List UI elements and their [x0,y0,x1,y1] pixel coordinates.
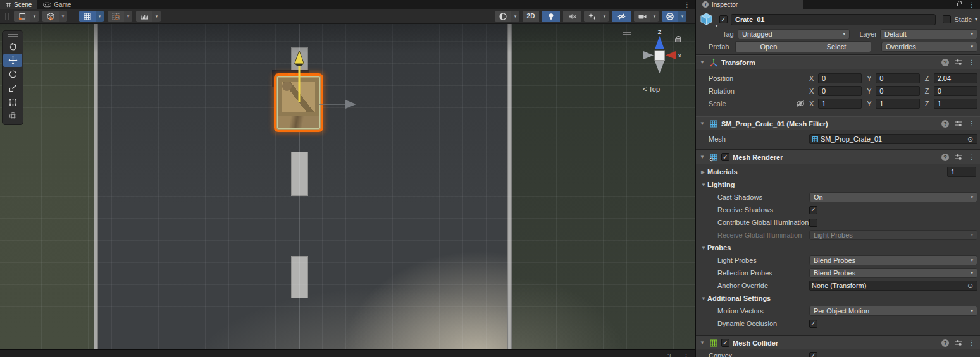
foldout-icon[interactable]: ▼ [700,59,706,65]
materials-row[interactable]: ▶ Materials 1 [698,166,977,178]
toolbar-drag-handle[interactable] [5,13,9,20]
foldout-icon[interactable]: ▼ [701,296,707,301]
lighting-section-row[interactable]: ▼ Lighting [698,178,977,191]
gameobject-name-field[interactable]: Crate_01 [731,14,936,25]
transform-header[interactable]: ▼ Transform ? ⋮ [696,55,980,69]
rotation-z-field[interactable]: 0 [934,86,977,96]
rotation-y-field[interactable]: 0 [876,86,919,96]
component-enabled-checkbox[interactable]: ✓ [721,339,729,347]
help-icon[interactable]: ? [941,154,949,161]
scale-x-field[interactable]: 1 [818,99,862,109]
prefab-select-button[interactable]: Select [802,41,871,52]
move-gizmo[interactable] [266,43,367,112]
layer-dropdown[interactable]: Default ▾ [880,29,977,39]
2d-toggle-button[interactable]: 2D [523,11,539,22]
rotation-x-field[interactable]: 0 [818,86,862,96]
contribute-gi-checkbox[interactable] [809,219,817,227]
additional-settings-row[interactable]: ▼ Additional Settings [698,292,977,305]
component-menu-icon[interactable]: ⋮ [969,59,975,66]
rotate-tool-button[interactable] [3,68,22,81]
audio-toggle-button[interactable] [563,11,581,22]
camera-settings-button[interactable] [634,11,650,22]
gizmo-z-cone[interactable] [655,36,664,49]
receive-shadows-checkbox[interactable]: ✓ [809,206,817,214]
effects-caret[interactable]: ▾ [600,11,609,22]
gizmo-left-cone[interactable] [643,51,654,59]
prefab-open-button[interactable]: Open [735,41,802,52]
grid-snapping-caret[interactable]: ▾ [124,11,132,22]
view-tool-button[interactable] [3,40,22,53]
mesh-collider-header[interactable]: ▼ ✓ Mesh Collider ? ⋮ [696,336,980,349]
component-enabled-checkbox[interactable]: ✓ [721,153,729,161]
scene-viewport[interactable]: Z x < Top [0,24,695,349]
shading-mode-caret[interactable]: ▾ [511,11,519,22]
snap-increment-caret[interactable]: ▾ [152,11,161,22]
mesh-filter-header[interactable]: ▼ SM_Prop_Crate_01 (Mesh Filter) ? ⋮ [696,116,980,130]
foldout-icon[interactable]: ▼ [700,340,706,346]
camera-settings-caret[interactable]: ▾ [650,11,659,22]
gizmo-view-label[interactable]: < Top [643,85,660,93]
gizmo-x-cone[interactable] [666,51,676,59]
grid-visibility-button[interactable] [79,11,96,22]
gizmo-center-cube[interactable] [655,51,665,61]
help-icon[interactable]: ? [941,339,949,347]
tab-game[interactable]: Game [37,0,77,9]
presets-icon[interactable] [955,339,963,346]
convex-checkbox[interactable]: ✓ [809,352,817,357]
gizmo-down-cone[interactable] [655,61,664,73]
gizmos-toggle-button[interactable] [662,11,678,22]
object-picker-icon[interactable]: ⊙ [965,282,975,290]
tag-dropdown[interactable]: Untagged ▾ [738,29,850,39]
gizmos-caret[interactable]: ▾ [678,11,686,22]
mesh-renderer-header[interactable]: ▼ ✓ Mesh Renderer ? ⋮ [696,150,980,164]
static-caret[interactable]: ▾ [975,16,977,22]
shading-mode-button[interactable] [495,11,511,22]
scale-y-field[interactable]: 1 [876,99,919,109]
help-icon[interactable]: ? [941,59,949,66]
motion-vectors-dropdown[interactable]: Per Object Motion▾ [809,306,977,316]
inspector-lock-icon[interactable] [957,3,962,6]
presets-icon[interactable] [955,59,963,66]
snap-increment-button[interactable] [136,11,152,22]
presets-icon[interactable] [955,120,963,127]
foldout-icon[interactable]: ▼ [700,121,706,126]
rect-tool-button[interactable] [3,95,22,109]
transform-tool-button[interactable] [3,109,22,123]
position-z-field[interactable]: 2.04 [934,73,977,83]
tool-handle-rotation-button[interactable] [14,11,30,22]
grid-snapping-button[interactable] [108,11,124,22]
foldout-icon[interactable]: ▼ [701,245,707,251]
dynamic-occlusion-checkbox[interactable]: ✓ [809,320,817,328]
component-menu-icon[interactable]: ⋮ [969,120,975,127]
move-tool-button[interactable] [3,54,22,67]
scene-tab-menu-icon[interactable]: ⋮ [679,0,695,9]
tab-inspector[interactable]: i Inspector [696,0,803,9]
cast-shadows-dropdown[interactable]: On▾ [809,192,977,202]
presets-icon[interactable] [955,154,963,160]
anchor-override-field[interactable]: None (Transform) ⊙ [809,281,977,291]
materials-count-field[interactable]: 1 [947,167,976,177]
lighting-toggle-button[interactable] [542,11,560,22]
tool-handle-pivot-button[interactable] [42,11,59,22]
tool-handle-pivot-caret[interactable]: ▾ [59,11,67,22]
object-picker-icon[interactable]: ⊙ [965,135,975,143]
grid-visibility-caret[interactable]: ▾ [96,11,104,22]
constrain-proportions-icon[interactable] [795,99,805,108]
component-menu-icon[interactable]: ⋮ [969,154,975,160]
foldout-icon[interactable]: ▼ [701,182,707,188]
reflection-probes-dropdown[interactable]: Blend Probes▾ [809,268,977,278]
tab-scene[interactable]: Scene [0,0,37,9]
scale-z-field[interactable]: 1 [934,99,977,109]
bottom-menu-icon[interactable]: ⋮ [683,353,689,357]
scale-tool-button[interactable] [3,82,22,95]
position-y-field[interactable]: 0 [876,73,919,83]
inspector-menu-icon[interactable]: ⋮ [969,1,975,8]
gameobject-icon-wrap[interactable]: ▾ [698,11,716,27]
tool-handle-rotation-caret[interactable]: ▾ [30,11,39,22]
component-menu-icon[interactable]: ⋮ [969,339,975,346]
active-checkbox[interactable]: ✓ [719,15,728,23]
move-gizmo-y-arrow[interactable] [295,51,304,64]
foldout-icon[interactable]: ▼ [700,154,706,160]
help-icon[interactable]: ? [941,120,949,128]
orientation-gizmo[interactable]: Z x [630,27,693,78]
